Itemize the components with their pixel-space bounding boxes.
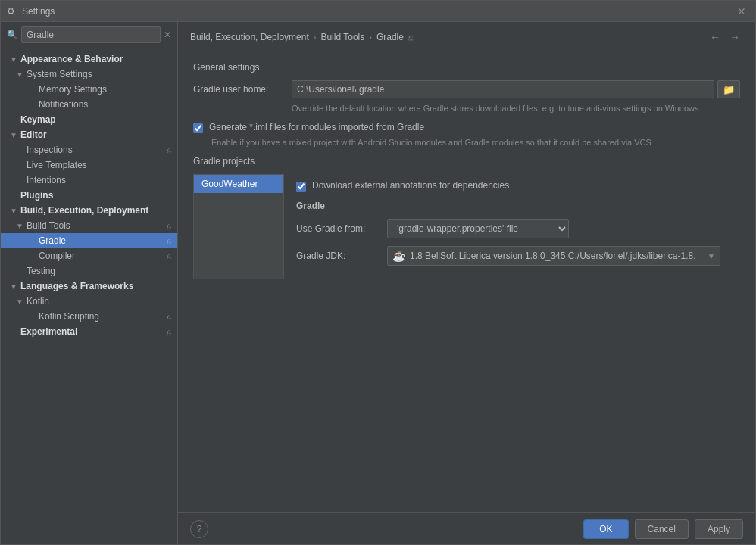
sidebar-item-label: Gradle bbox=[39, 235, 164, 246]
project-item-goodweather[interactable]: GoodWeather bbox=[194, 175, 283, 193]
sidebar-item-editor[interactable]: ▼ Editor bbox=[1, 127, 177, 142]
breadcrumb-sep-1: › bbox=[314, 33, 317, 42]
projects-section: GoodWeather Download external annotation… bbox=[193, 174, 740, 279]
main-content: 🔍 ✕ ▼ Appearance & Behavior ▼ System Set… bbox=[1, 22, 755, 544]
title-bar-left: ⚙ Settings bbox=[7, 6, 55, 17]
sidebar-item-label: Build, Execution, Deployment bbox=[20, 205, 171, 216]
sidebar-item-build-tools[interactable]: ▼ Build Tools ⎌ bbox=[1, 218, 177, 233]
jdk-dropdown-arrow-icon: ▼ bbox=[708, 252, 715, 260]
arrow-icon: ▼ bbox=[16, 70, 23, 79]
folder-browse-button[interactable]: 📁 bbox=[717, 80, 740, 98]
settings-dialog: ⚙ Settings ✕ 🔍 ✕ ▼ Appearance & Behavior… bbox=[0, 0, 756, 545]
annotations-checkbox-label: Download external annotations for depend… bbox=[312, 180, 509, 191]
ok-button[interactable]: OK bbox=[583, 519, 628, 539]
use-gradle-from-row: Use Gradle from: 'gradle-wrapper.propert… bbox=[296, 219, 728, 238]
gradle-jdk-label: Gradle JDK: bbox=[296, 251, 380, 261]
sidebar-item-label: Live Templates bbox=[27, 160, 171, 170]
sidebar-tree: ▼ Appearance & Behavior ▼ System Setting… bbox=[1, 48, 177, 544]
close-button[interactable]: ✕ bbox=[734, 4, 749, 19]
gradle-user-home-row: Gradle user home: 📁 bbox=[193, 80, 740, 98]
right-panel: Build, Execution, Deployment › Build Too… bbox=[178, 22, 755, 544]
sidebar-item-label: Inspections bbox=[27, 145, 164, 155]
apply-button[interactable]: Apply bbox=[695, 519, 743, 539]
sidebar-item-system-settings[interactable]: ▼ System Settings bbox=[1, 67, 177, 82]
sidebar-item-languages[interactable]: ▼ Languages & Frameworks bbox=[1, 279, 177, 294]
iml-checkbox[interactable] bbox=[193, 123, 203, 133]
sidebar-item-intentions[interactable]: Intentions bbox=[1, 173, 177, 188]
action-buttons: OK Cancel Apply bbox=[583, 519, 743, 539]
window-title: Settings bbox=[22, 6, 55, 17]
annotations-checkbox-row: Download external annotations for depend… bbox=[296, 180, 728, 192]
sidebar: 🔍 ✕ ▼ Appearance & Behavior ▼ System Set… bbox=[1, 22, 178, 544]
sidebar-item-notifications[interactable]: Notifications bbox=[1, 97, 177, 112]
arrow-icon: ▼ bbox=[16, 297, 23, 306]
build-tools-badge: ⎌ bbox=[167, 222, 171, 230]
projects-settings: Download external annotations for depend… bbox=[284, 174, 740, 279]
gradle-user-home-hint: Override the default location where Grad… bbox=[292, 103, 740, 114]
sidebar-item-label: System Settings bbox=[27, 69, 171, 79]
panel-header: Build, Execution, Deployment › Build Too… bbox=[178, 22, 755, 51]
sidebar-item-appearance[interactable]: ▼ Appearance & Behavior bbox=[1, 51, 177, 67]
help-button[interactable]: ? bbox=[190, 520, 208, 538]
title-bar: ⚙ Settings ✕ bbox=[1, 1, 755, 22]
gradle-user-home-label: Gradle user home: bbox=[193, 84, 284, 95]
sidebar-item-label: Editor bbox=[20, 129, 171, 140]
panel-body: General settings Gradle user home: 📁 Ove… bbox=[178, 51, 755, 512]
compiler-badge: ⎌ bbox=[167, 252, 171, 260]
sidebar-item-gradle[interactable]: Gradle ⎌ bbox=[1, 233, 177, 248]
sidebar-item-label: Build Tools bbox=[27, 220, 164, 231]
sidebar-item-experimental[interactable]: Experimental ⎌ bbox=[1, 324, 177, 339]
jdk-text: 1.8 BellSoft Liberica version 1.8.0_345 … bbox=[410, 251, 703, 261]
sidebar-item-label: Notifications bbox=[39, 99, 171, 110]
sidebar-item-inspections[interactable]: Inspections ⎌ bbox=[1, 142, 177, 157]
search-bar: 🔍 ✕ bbox=[1, 22, 177, 48]
search-icon: 🔍 bbox=[7, 30, 18, 40]
sidebar-item-kotlin-scripting[interactable]: Kotlin Scripting ⎌ bbox=[1, 309, 177, 324]
sidebar-item-label: Testing bbox=[27, 266, 171, 276]
nav-back-button[interactable]: ← bbox=[707, 30, 723, 45]
gradle-projects-title: Gradle projects bbox=[193, 156, 740, 167]
sidebar-item-label: Memory Settings bbox=[39, 84, 171, 95]
arrow-icon: ▼ bbox=[16, 222, 23, 230]
sidebar-item-testing[interactable]: Testing bbox=[1, 263, 177, 279]
bottom-bar: ? OK Cancel Apply bbox=[178, 512, 755, 544]
arrow-icon: ▼ bbox=[10, 131, 17, 139]
breadcrumb-sep-2: › bbox=[369, 33, 372, 42]
sidebar-item-live-templates[interactable]: Live Templates bbox=[1, 157, 177, 173]
sidebar-item-kotlin[interactable]: ▼ Kotlin bbox=[1, 294, 177, 309]
sidebar-item-label: Plugins bbox=[20, 190, 171, 201]
sidebar-item-keymap[interactable]: Keymap bbox=[1, 112, 177, 127]
iml-checkbox-label: Generate *.iml files for modules importe… bbox=[209, 122, 424, 132]
arrow-icon: ▼ bbox=[10, 282, 17, 291]
breadcrumb: Build, Execution, Deployment › Build Too… bbox=[190, 32, 414, 42]
arrow-icon: ▼ bbox=[10, 207, 17, 215]
search-clear-button[interactable]: ✕ bbox=[164, 30, 171, 40]
sidebar-item-memory-settings[interactable]: Memory Settings bbox=[1, 82, 177, 97]
gradle-jdk-row: Gradle JDK: ☕ 1.8 BellSoft Liberica vers… bbox=[296, 246, 728, 266]
inspections-badge: ⎌ bbox=[167, 146, 171, 154]
cancel-button[interactable]: Cancel bbox=[635, 519, 689, 539]
nav-arrows: ← → bbox=[707, 30, 743, 45]
iml-checkbox-row: Generate *.iml files for modules importe… bbox=[193, 122, 740, 133]
sidebar-item-build-execution[interactable]: ▼ Build, Execution, Deployment bbox=[1, 203, 177, 218]
sidebar-item-plugins[interactable]: Plugins bbox=[1, 188, 177, 203]
breadcrumb-part-3: Gradle bbox=[376, 32, 404, 42]
use-gradle-from-select[interactable]: 'gradle-wrapper.properties' fileSpecifie… bbox=[387, 219, 569, 238]
gradle-user-home-input[interactable] bbox=[292, 80, 714, 98]
nav-forward-button[interactable]: → bbox=[726, 30, 743, 45]
sidebar-item-compiler[interactable]: Compiler ⎌ bbox=[1, 248, 177, 263]
search-input[interactable] bbox=[21, 26, 161, 43]
sidebar-item-label: Appearance & Behavior bbox=[20, 54, 171, 64]
iml-checkbox-hint: Enable if you have a mixed project with … bbox=[211, 138, 740, 147]
sidebar-item-label: Compiler bbox=[39, 251, 164, 261]
sidebar-item-label: Experimental bbox=[20, 326, 164, 337]
use-gradle-from-label: Use Gradle from: bbox=[296, 223, 380, 234]
settings-icon: ⚙ bbox=[7, 6, 17, 17]
experimental-badge: ⎌ bbox=[167, 328, 171, 336]
gradle-jdk-select[interactable]: ☕ 1.8 BellSoft Liberica version 1.8.0_34… bbox=[387, 246, 720, 266]
sidebar-item-label: Intentions bbox=[27, 175, 171, 185]
gradle-section-label: Gradle bbox=[296, 201, 728, 211]
breadcrumb-part-2: Build Tools bbox=[320, 32, 364, 42]
breadcrumb-icon: ⎌ bbox=[408, 33, 414, 42]
annotations-checkbox[interactable] bbox=[296, 182, 306, 192]
